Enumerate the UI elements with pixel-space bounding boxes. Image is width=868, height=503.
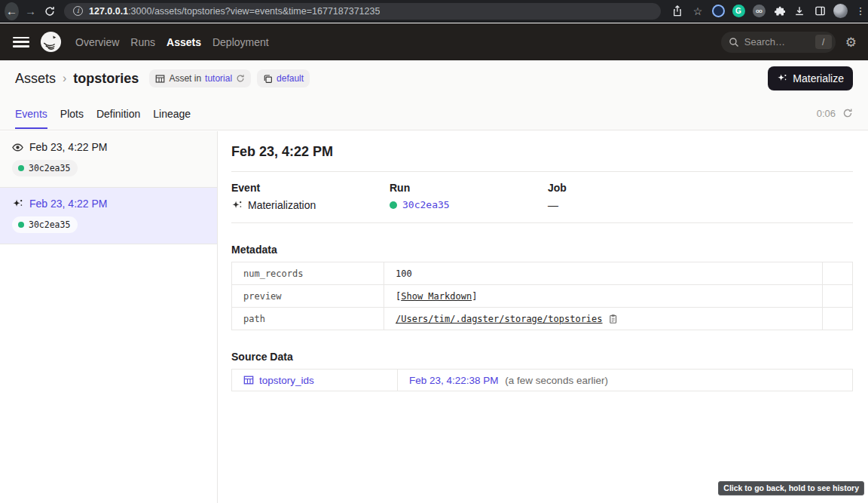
metadata-section-title: Metadata — [231, 244, 853, 256]
job-value: — — [548, 199, 558, 211]
run-id: 30c2ea35 — [29, 163, 70, 173]
run-status-dot — [390, 201, 397, 209]
site-info-icon[interactable]: i — [73, 6, 83, 16]
table-icon — [155, 74, 165, 84]
metadata-key: path — [232, 308, 384, 330]
window-corner — [860, 497, 868, 503]
metadata-spare-cell — [823, 285, 853, 308]
dagster-logo[interactable] — [39, 30, 63, 54]
source-time-link[interactable]: Feb 23, 4:22:38 PM — [409, 375, 499, 386]
event-type-value: Materialization — [248, 199, 316, 211]
metadata-key: preview — [232, 285, 384, 308]
bookmark-star-icon[interactable]: ☆ — [690, 4, 705, 19]
asset-group-tag-prefix: Asset in — [169, 73, 201, 84]
metadata-value: [Show Markdown] — [384, 285, 823, 308]
hamburger-menu-icon[interactable] — [13, 37, 29, 48]
nav-links: Overview Runs Assets Deployment — [75, 36, 269, 48]
run-status-dot — [18, 165, 24, 171]
event-detail-panel: Feb 23, 4:22 PM Event Materialization Ru… — [219, 131, 868, 503]
metadata-table: num_records 100 preview [Show Markdown] … — [231, 262, 853, 330]
page-header: Assets › topstories Asset in tutorial de… — [0, 60, 868, 130]
path-link[interactable]: /Users/tim/.dagster/storage/topstories — [396, 314, 603, 324]
nav-item-assets[interactable]: Assets — [167, 36, 201, 48]
job-column: Job — — [548, 182, 706, 211]
browser-menu-icon[interactable]: ⋮ — [853, 4, 868, 19]
source-time-cell: Feb 23, 4:22:38 PM (a few seconds earlie… — [398, 370, 853, 391]
job-label: Job — [548, 182, 706, 194]
source-data-table: topstory_ids Feb 23, 4:22:38 PM (a few s… — [231, 369, 853, 391]
refresh-timer: 0:06 — [817, 108, 853, 119]
table-row: preview [Show Markdown] — [232, 285, 853, 308]
source-asset-link[interactable]: topstory_ids — [243, 375, 388, 386]
event-column: Event Materialization — [231, 182, 390, 211]
search-placeholder: Search… — [744, 36, 810, 48]
browser-forward-icon[interactable]: → — [23, 2, 38, 20]
nav-item-deployment[interactable]: Deployment — [212, 36, 269, 48]
breadcrumb-separator: › — [63, 72, 66, 85]
extensions-puzzle-icon[interactable] — [772, 4, 787, 19]
refresh-timer-value: 0:06 — [817, 108, 836, 119]
materialize-sparkle-icon — [777, 73, 787, 84]
breadcrumb-assets-link[interactable]: Assets — [15, 71, 56, 87]
refresh-icon[interactable] — [236, 74, 245, 83]
browser-toolbar-icons: ☆ G oo ⋮ — [670, 4, 868, 19]
source-asset-cell: topstory_ids — [232, 370, 398, 391]
run-label: Run — [390, 182, 548, 194]
app-nav: Overview Runs Assets Deployment Search… … — [0, 23, 868, 60]
run-id-tag[interactable]: 30c2ea35 — [12, 216, 78, 233]
metadata-key: num_records — [232, 262, 384, 285]
asset-tabs: Events Plots Definition Lineage 0:06 — [0, 97, 868, 130]
metadata-value: /Users/tim/.dagster/storage/topstories — [384, 308, 823, 330]
tab-lineage[interactable]: Lineage — [153, 98, 191, 129]
materialization-sparkle-icon — [231, 200, 243, 211]
source-time-note: (a few seconds earlier) — [505, 375, 608, 386]
run-column: Run 30c2ea35 — [390, 182, 548, 211]
nav-item-runs[interactable]: Runs — [130, 36, 155, 48]
back-button-tooltip: Click to go back, hold to see history — [718, 481, 864, 495]
code-location-tag-link[interactable]: default — [277, 73, 304, 84]
profile-avatar[interactable] — [833, 4, 848, 19]
metadata-value: 100 — [384, 262, 823, 285]
breadcrumb: Assets › topstories Asset in tutorial de… — [0, 60, 868, 97]
extension-blue-icon[interactable] — [711, 4, 726, 19]
url-text: 127.0.0.1:3000/assets/topstories?view=ev… — [89, 6, 380, 17]
share-icon[interactable] — [670, 4, 685, 19]
show-markdown-link[interactable]: Show Markdown — [401, 291, 472, 302]
event-list-item-materialization[interactable]: Feb 23, 4:22 PM 30c2ea35 — [0, 188, 217, 244]
event-time: Feb 23, 4:22 PM — [29, 141, 108, 153]
event-list-item-observation[interactable]: Feb 23, 4:22 PM 30c2ea35 — [0, 131, 217, 188]
event-detail-title: Feb 23, 4:22 PM — [231, 144, 853, 160]
table-icon — [243, 375, 254, 385]
run-status-dot — [18, 222, 24, 228]
browser-chrome: ← → i 127.0.0.1:3000/assets/topstories?v… — [0, 0, 868, 23]
search-input[interactable]: Search… / — [721, 32, 836, 53]
event-label: Event — [231, 182, 390, 194]
refresh-icon[interactable] — [842, 108, 853, 118]
materialize-button[interactable]: Materialize — [768, 66, 853, 90]
asset-group-tag[interactable]: Asset in tutorial — [149, 69, 251, 87]
nav-item-overview[interactable]: Overview — [75, 36, 119, 48]
browser-reload-icon[interactable] — [42, 2, 57, 20]
copy-clipboard-icon[interactable] — [608, 314, 618, 324]
asset-tags: Asset in tutorial default — [149, 69, 310, 87]
glasses-extension-icon[interactable]: oo — [751, 4, 766, 19]
browser-back-icon[interactable]: ← — [5, 2, 19, 20]
side-panel-icon[interactable] — [812, 4, 827, 19]
gear-icon[interactable]: ⚙ — [845, 35, 857, 50]
tab-plots[interactable]: Plots — [60, 98, 84, 129]
address-bar[interactable]: i 127.0.0.1:3000/assets/topstories?view=… — [64, 3, 661, 20]
code-location-tag[interactable]: default — [257, 69, 310, 87]
url-path: :3000/assets/topstories?view=events&time… — [128, 6, 380, 17]
grammarly-extension-icon[interactable]: G — [731, 4, 746, 19]
tab-definition[interactable]: Definition — [96, 98, 140, 129]
download-icon[interactable] — [792, 4, 807, 19]
table-row: topstory_ids Feb 23, 4:22:38 PM (a few s… — [232, 370, 853, 391]
search-icon — [729, 37, 739, 48]
search-shortcut-badge: / — [815, 35, 832, 49]
materialization-sparkle-icon — [12, 198, 23, 210]
asset-group-tag-link[interactable]: tutorial — [205, 73, 232, 84]
event-list-sidebar: Feb 23, 4:22 PM 30c2ea35 Feb 23, 4:22 PM… — [0, 131, 218, 503]
tab-events[interactable]: Events — [15, 98, 47, 129]
run-id-link[interactable]: 30c2ea35 — [402, 199, 450, 210]
run-id-tag[interactable]: 30c2ea35 — [12, 160, 78, 176]
